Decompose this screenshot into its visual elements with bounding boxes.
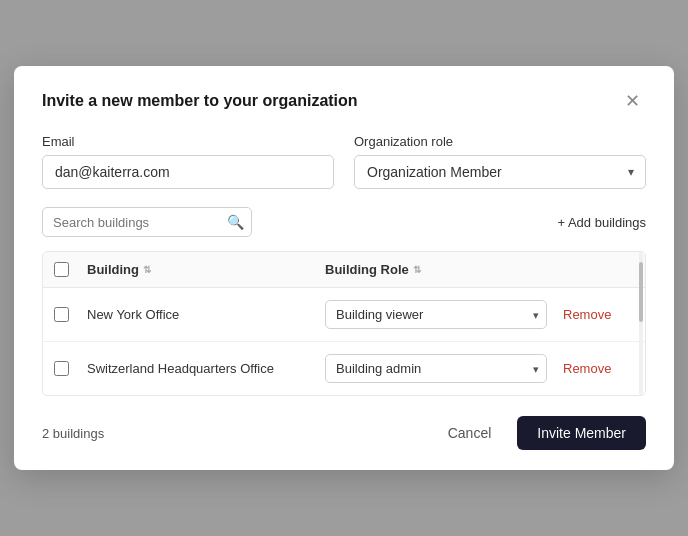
role-sort-icon[interactable]: ⇅ bbox=[413, 265, 421, 275]
buildings-toolbar: 🔍 + Add buildings bbox=[42, 207, 646, 237]
modal-dialog: Invite a new member to your organization… bbox=[14, 66, 674, 470]
row2-building-name: Switzerland Headquarters Office bbox=[79, 361, 317, 376]
role-select-wrapper: Organization Member Organization Admin ▾ bbox=[354, 155, 646, 189]
close-icon: ✕ bbox=[625, 91, 640, 111]
modal-overlay: Invite a new member to your organization… bbox=[0, 0, 688, 536]
invite-button[interactable]: Invite Member bbox=[517, 416, 646, 450]
th-checkbox bbox=[43, 262, 79, 277]
form-row: Email Organization role Organization Mem… bbox=[42, 134, 646, 189]
buildings-table: Building ⇅ Building Role ⇅ New York Offi… bbox=[42, 251, 646, 396]
email-field[interactable] bbox=[42, 155, 334, 189]
role-select[interactable]: Organization Member Organization Admin bbox=[354, 155, 646, 189]
buildings-count: 2 buildings bbox=[42, 426, 104, 441]
row2-remove-button[interactable]: Remove bbox=[563, 361, 611, 376]
search-input[interactable] bbox=[53, 215, 221, 230]
building-sort-icon[interactable]: ⇅ bbox=[143, 265, 151, 275]
email-label: Email bbox=[42, 134, 334, 149]
select-all-checkbox[interactable] bbox=[54, 262, 69, 277]
table-header: Building ⇅ Building Role ⇅ bbox=[43, 252, 645, 288]
modal-footer: 2 buildings Cancel Invite Member bbox=[42, 412, 646, 450]
role-label: Organization role bbox=[354, 134, 646, 149]
table-row: Switzerland Headquarters Office Building… bbox=[43, 342, 645, 395]
scrollbar-track bbox=[639, 252, 643, 395]
row1-role-wrapper: Building viewer Building admin Building … bbox=[325, 300, 547, 329]
th-building: Building ⇅ bbox=[79, 262, 317, 277]
th-actions bbox=[555, 262, 645, 277]
th-role: Building Role ⇅ bbox=[317, 262, 555, 277]
row2-role-cell: Building viewer Building admin Building … bbox=[317, 354, 555, 383]
cancel-button[interactable]: Cancel bbox=[434, 417, 506, 449]
modal-title: Invite a new member to your organization bbox=[42, 92, 358, 110]
email-group: Email bbox=[42, 134, 334, 189]
row1-remove-button[interactable]: Remove bbox=[563, 307, 611, 322]
close-button[interactable]: ✕ bbox=[619, 90, 646, 112]
table-row: New York Office Building viewer Building… bbox=[43, 288, 645, 342]
row2-checkbox-cell bbox=[43, 361, 79, 376]
row1-building-name: New York Office bbox=[79, 307, 317, 322]
row2-checkbox[interactable] bbox=[54, 361, 69, 376]
search-icon: 🔍 bbox=[227, 214, 244, 230]
row1-role-cell: Building viewer Building admin Building … bbox=[317, 300, 555, 329]
row1-remove-cell: Remove bbox=[555, 307, 645, 322]
row2-remove-cell: Remove bbox=[555, 361, 645, 376]
scrollbar-thumb[interactable] bbox=[639, 262, 643, 322]
add-buildings-button[interactable]: + Add buildings bbox=[557, 215, 646, 230]
row1-role-select[interactable]: Building viewer Building admin Building … bbox=[325, 300, 547, 329]
table-body: New York Office Building viewer Building… bbox=[43, 288, 645, 395]
row1-checkbox-cell bbox=[43, 307, 79, 322]
row1-checkbox[interactable] bbox=[54, 307, 69, 322]
footer-actions: Cancel Invite Member bbox=[434, 416, 646, 450]
search-wrapper: 🔍 bbox=[42, 207, 252, 237]
modal-header: Invite a new member to your organization… bbox=[42, 90, 646, 112]
role-group: Organization role Organization Member Or… bbox=[354, 134, 646, 189]
row2-role-select[interactable]: Building viewer Building admin Building … bbox=[325, 354, 547, 383]
row2-role-wrapper: Building viewer Building admin Building … bbox=[325, 354, 547, 383]
